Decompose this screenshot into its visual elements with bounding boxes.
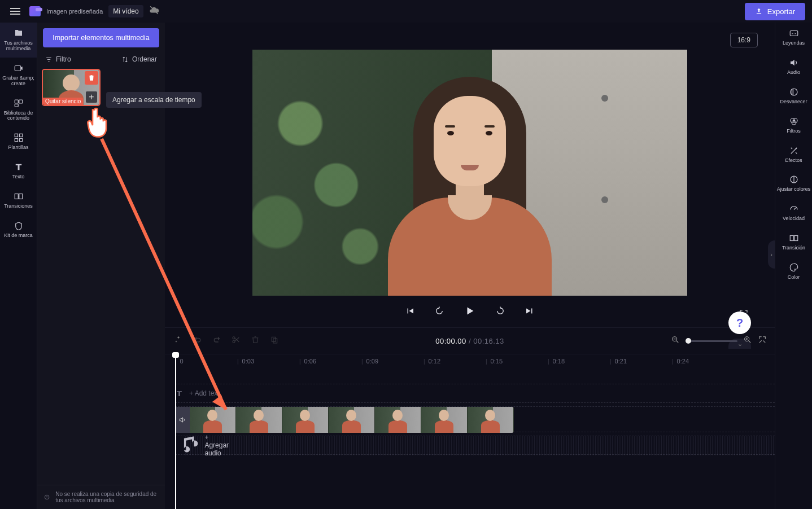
rail-label: Grabar &amp; create [1,76,36,87]
magic-tool-button[interactable] [174,335,183,346]
ruler-tick: 0:12 [424,358,440,365]
aspect-ratio-selector[interactable]: 16:9 [730,33,758,47]
delete-clip-button[interactable] [251,335,260,346]
ruler-tick: 0:03 [237,358,254,365]
remove-silence-badge[interactable]: Quitar silencio [43,98,83,105]
zoom-in-button[interactable] [743,335,752,346]
rail-effects[interactable]: Efectos [775,140,812,169]
export-button[interactable]: Exportar [745,3,805,20]
zoom-out-button[interactable] [671,335,680,346]
play-button[interactable] [461,302,478,321]
zoom-fit-button[interactable] [758,335,767,346]
svg-rect-5 [15,134,18,137]
add-to-timeline-tooltip: Agregar a escala de tiempo [106,92,202,108]
rail-label: Texto [12,174,25,180]
rail-filters[interactable]: Filtros [775,111,812,140]
rail-adjust-colors[interactable]: Ajustar colores [775,169,812,198]
import-media-button[interactable]: Importar elementos multimedia [43,28,159,47]
ruler-tick: 0:15 [486,358,503,365]
duplicate-button[interactable] [270,335,279,346]
rail-label: Velocidad [783,216,805,222]
annotation-hand-cursor-icon [84,105,115,139]
backup-warning-text: No se realiza una copia de seguridad de … [55,491,158,503]
right-rail: Leyendas Audio Desvanecer Filtros Efecto… [775,23,812,509]
rail-record[interactable]: Grabar &amp; create [0,58,37,93]
ruler-tick: 0 [175,358,184,365]
sort-label: Ordenar [132,55,157,63]
skip-end-button[interactable] [522,304,537,320]
rail-label: Desvanecer [780,99,807,105]
rail-label: Transiciones [4,204,33,209]
playhead[interactable] [175,354,176,509]
rail-captions[interactable]: Leyendas [775,23,812,52]
audio-track-hint: + Agregar audio [204,433,229,457]
clip-audio-icon[interactable] [175,407,190,433]
rail-label: Leyendas [783,41,805,46]
rail-your-media[interactable]: Tus archivos multimedia [0,23,37,58]
add-to-timeline-button[interactable]: + [86,91,97,103]
menu-button[interactable] [7,5,24,18]
left-rail: Tus archivos multimedia Grabar &amp; cre… [0,23,37,509]
split-button[interactable] [232,335,241,346]
rail-fade[interactable]: Desvanecer [775,81,812,111]
svg-rect-1 [15,65,21,71]
ruler-tick: 0:24 [672,358,689,365]
timecode-display: 00:00.00 / 00:16.13 [435,337,504,345]
video-track[interactable] [175,406,775,432]
svg-rect-15 [273,339,277,343]
rail-text[interactable]: Texto [0,156,37,186]
svg-rect-4 [15,104,18,107]
ruler-tick: 0:18 [548,358,565,365]
rewind-button[interactable] [432,304,447,320]
rail-color[interactable]: Color [775,257,812,286]
preset-label: Imagen prediseñada [46,8,103,15]
help-button[interactable]: ? [728,311,751,334]
rail-label: Filtros [787,129,801,134]
ruler-tick: 0:21 [610,358,627,365]
rail-label: Tus archivos multimedia [1,41,36,52]
audio-track[interactable]: + Agregar audio [175,436,775,455]
media-thumbnail[interactable]: + Quitar silencio [43,70,99,105]
forward-button[interactable] [493,304,508,320]
filter-button[interactable]: Filtro [45,55,71,63]
rail-label: Efectos [785,158,802,164]
rail-transition[interactable]: Transición [775,227,812,257]
preview-canvas[interactable] [252,50,687,296]
svg-point-13 [233,340,235,343]
svg-rect-7 [15,139,18,142]
rail-content-library[interactable]: Biblioteca de contenido [0,93,37,128]
svg-rect-6 [19,134,22,137]
sort-button[interactable]: Ordenar [121,55,157,63]
skip-start-button[interactable] [403,304,417,320]
rail-label: Biblioteca de contenido [1,111,36,122]
text-track[interactable]: + Add text [175,384,775,403]
cloud-sync-off-icon[interactable] [149,5,159,17]
redo-button[interactable] [212,335,221,346]
svg-rect-14 [272,337,276,341]
svg-rect-9 [15,194,18,199]
project-name-input[interactable]: Mi vídeo [108,5,143,17]
collapse-right-panel[interactable]: › [768,240,775,269]
ruler-tick: 0:06 [299,358,316,365]
rail-brand-kit[interactable]: Kit de marca [0,215,37,244]
timeline-ruler[interactable]: 0 0:03 0:06 0:09 0:12 0:15 0:18 0:21 0:2… [165,354,775,372]
export-button-label: Exportar [767,7,795,16]
svg-point-23 [795,148,796,149]
app-logo [29,6,41,16]
svg-rect-3 [19,100,22,103]
rail-speed[interactable]: Velocidad [775,198,812,227]
timeline[interactable]: + Add text + Agregar audio [165,372,775,509]
rail-label: Transición [782,245,805,251]
delete-media-button[interactable] [85,71,98,85]
rail-templates[interactable]: Plantillas [0,127,37,156]
svg-point-12 [233,337,235,339]
rail-audio[interactable]: Audio [775,52,812,81]
rail-transitions[interactable]: Transiciones [0,186,37,215]
ruler-tick: 0:09 [361,358,378,365]
video-clip[interactable] [175,407,514,433]
undo-button[interactable] [193,335,202,346]
rail-label: Ajustar colores [777,187,811,192]
rail-label: Plantillas [8,145,28,151]
filter-label: Filtro [56,55,71,63]
zoom-slider[interactable] [686,340,737,342]
